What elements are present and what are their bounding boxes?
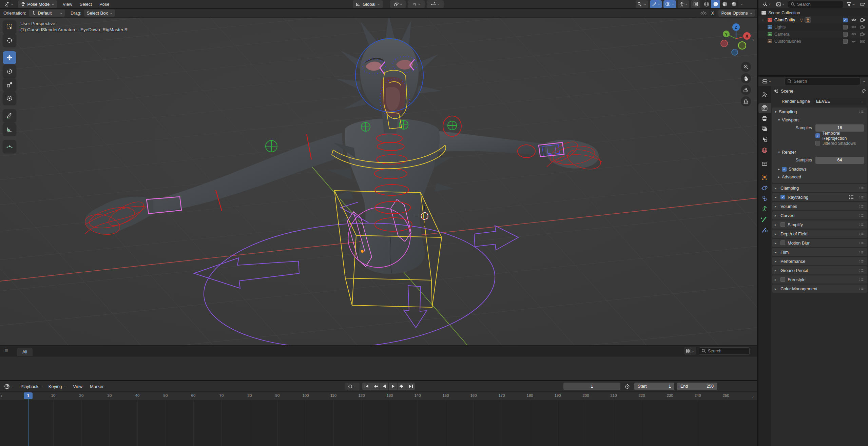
tab-physics[interactable] (758, 183, 771, 193)
timeline-ruler[interactable]: 1020304050607080901001101201301401501601… (0, 391, 757, 400)
camera-view-button[interactable] (741, 85, 751, 95)
panel-checkbox[interactable] (780, 222, 785, 227)
tool-cursor[interactable] (3, 34, 16, 47)
panel-checkbox[interactable]: ✓ (780, 195, 785, 199)
tab-collection[interactable] (758, 159, 771, 169)
pin-icon[interactable] (861, 89, 866, 93)
tool-pose-breakdowner[interactable] (3, 140, 16, 153)
panel-simplify[interactable]: ▸Simplify (772, 220, 867, 229)
play-button[interactable] (389, 383, 397, 390)
panel-drag-handle[interactable] (859, 287, 865, 290)
menu-view[interactable]: View (59, 0, 76, 8)
outliner-filter-dropdown[interactable]: ⌄ (845, 0, 857, 8)
tool-move[interactable] (3, 51, 16, 64)
zoom-view-button[interactable] (741, 62, 751, 72)
drag-dropdown[interactable]: Select Box ⌄ (84, 9, 115, 17)
panel-drag-handle[interactable] (859, 232, 865, 235)
subpanel-render-header[interactable]: ▾ Render (772, 148, 867, 156)
camera-icon[interactable] (860, 18, 865, 22)
panel-drag-handle[interactable] (859, 214, 865, 217)
subpanel-advanced-header[interactable]: ▸ Advanced (772, 173, 867, 181)
panel-volumes[interactable]: ▸Volumes (772, 202, 867, 210)
shadows-checkbox[interactable]: ✓ (782, 167, 787, 172)
key-prev-button[interactable] (371, 383, 380, 390)
outliner-item-label[interactable]: Lights (774, 25, 786, 30)
frame-start-field[interactable]: Start 1 (634, 383, 674, 390)
outliner-item-label[interactable]: Camera (774, 32, 789, 37)
playhead-line[interactable] (28, 393, 28, 446)
eye-icon[interactable] (851, 25, 856, 29)
panel-drag-handle[interactable] (859, 205, 865, 208)
toggle-ortho-button[interactable] (741, 96, 751, 106)
tab-render[interactable] (758, 103, 771, 113)
armature-xray-dropdown[interactable]: ⌄ (678, 0, 690, 8)
panel-grease-pencil[interactable]: ▸Grease Pencil (772, 266, 867, 274)
outliner-item-label[interactable]: CustomBones (774, 39, 801, 44)
panel-clamping[interactable]: ▸Clamping (772, 184, 867, 192)
eye-icon[interactable] (851, 32, 856, 36)
menu-select[interactable]: Select (76, 0, 96, 8)
tab-object[interactable] (758, 172, 771, 182)
jump-last-button[interactable] (406, 383, 415, 390)
outliner-row-scene collection[interactable]: Scene Collection (758, 9, 868, 16)
menu-marker[interactable]: Marker (86, 381, 107, 391)
preview-range-toggle[interactable] (623, 383, 632, 390)
expand-arrow[interactable]: › (763, 18, 764, 22)
shading-dropdown[interactable]: ⌄ (740, 3, 743, 6)
panel-color-management[interactable]: ▸Color Management (772, 285, 867, 293)
tab-constraints[interactable] (758, 193, 771, 203)
properties-search-input[interactable]: Search (785, 78, 861, 85)
tool-transform[interactable] (3, 92, 16, 105)
transform-orientation-dropdown[interactable]: Global ⌄ (353, 0, 383, 8)
exclude-checkbox[interactable] (843, 25, 848, 30)
shading-wireframe-button[interactable] (702, 0, 711, 8)
snap-dropdown[interactable]: ⌄ (408, 0, 425, 8)
viewport-canvas[interactable]: User Perspective (1) CursedSlenderArmatu… (0, 18, 757, 345)
object-visibility-dropdown[interactable]: ⌄ (636, 0, 648, 8)
xray-toggle[interactable] (691, 0, 700, 8)
pose-options-dropdown[interactable]: Pose Options ⌄ (718, 9, 755, 17)
show-overlays-toggle[interactable]: ⌄ (663, 0, 676, 8)
proportional-editing-dropdown[interactable]: ⌄ (427, 0, 444, 8)
panel-film[interactable]: ▸Film (772, 248, 867, 256)
temporal-reprojection-checkbox[interactable]: ✓ (815, 133, 820, 138)
asset-search-input[interactable]: Search (699, 347, 750, 355)
tab-bone[interactable] (758, 214, 771, 225)
panel-drag-handle[interactable] (859, 278, 865, 281)
timeline-collapse-arrow[interactable]: ‹ (752, 395, 754, 400)
outliner-display-mode-dropdown[interactable]: ⌄ (760, 0, 773, 8)
render-samples-field[interactable]: 64 (815, 157, 864, 164)
tab-bone-constraint[interactable] (758, 225, 771, 235)
panel-drag-handle[interactable] (859, 110, 865, 113)
outliner-row-giantentity[interactable]: ›GiantEntity▽✓ (758, 16, 868, 23)
sidebar-collapse-arrow[interactable]: ‹ (752, 37, 754, 42)
menu-view-timeline[interactable]: View (69, 381, 86, 391)
timeline-editor-dropdown[interactable]: ⌄ (2, 383, 15, 390)
mirror-x-toggle[interactable]: X (709, 9, 717, 17)
navigation-gizmo[interactable]: Z Y X (715, 21, 756, 58)
eye-closed-icon[interactable] (851, 39, 856, 43)
jump-first-button[interactable] (362, 383, 371, 390)
current-frame-field[interactable]: 1 (563, 383, 620, 390)
panel-drag-handle[interactable] (859, 223, 865, 226)
asset-shelf-tab-all[interactable]: All (17, 348, 33, 356)
play-reverse-button[interactable] (380, 383, 388, 390)
panel-sampling-header[interactable]: ▾ Sampling (772, 108, 867, 116)
keying-dropdown[interactable]: Keying ⌄ (46, 383, 69, 390)
panel-drag-handle[interactable] (859, 260, 865, 263)
shading-material-preview-button[interactable] (720, 0, 729, 8)
panel-drag-handle[interactable] (859, 241, 865, 245)
eye-icon[interactable] (851, 18, 856, 22)
outliner-search-input[interactable]: Search (788, 1, 843, 8)
frame-end-field[interactable]: End 250 (677, 383, 717, 390)
tab-output[interactable] (758, 114, 771, 124)
playhead-badge[interactable]: 1 (24, 392, 33, 399)
outliner-item-label[interactable]: Scene Collection (768, 11, 800, 15)
pivot-point-dropdown[interactable]: ⌄ (390, 0, 406, 8)
panel-freestyle[interactable]: ▸Freestyle (772, 275, 867, 284)
subpanel-shadows-header[interactable]: ▸ ✓ Shadows (772, 165, 867, 173)
show-gizmo-toggle[interactable]: ⌄ (650, 0, 662, 8)
timeline-channel-expand-arrow[interactable]: › (1, 393, 2, 398)
playback-dropdown[interactable]: Playback ⌄ (18, 383, 46, 390)
exclude-checkbox[interactable] (843, 39, 848, 44)
